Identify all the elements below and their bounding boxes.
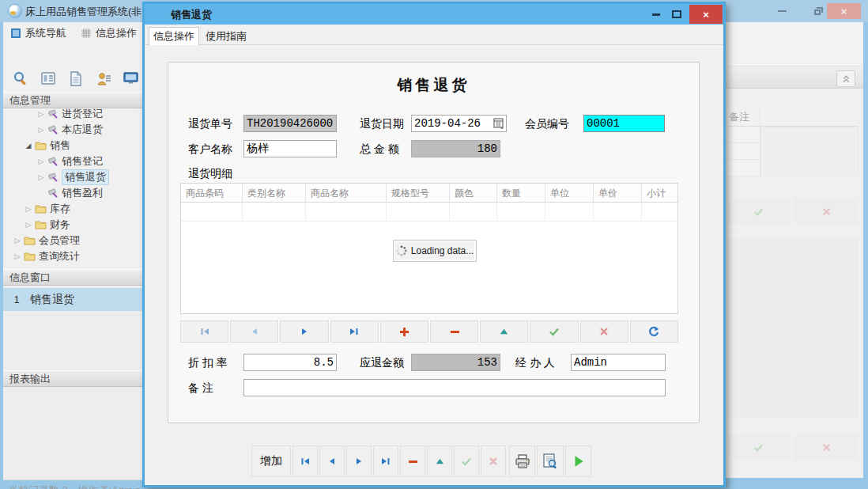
- return-no-field[interactable]: [243, 115, 337, 132]
- chevron-right-icon[interactable]: ▷: [13, 237, 22, 244]
- tab-info-ops[interactable]: 信息操作: [74, 23, 144, 44]
- refund-amount-field[interactable]: [411, 354, 500, 371]
- nav-last-button[interactable]: [330, 320, 379, 343]
- nav-cancel-button[interactable]: [580, 320, 628, 343]
- total-amount-field[interactable]: [411, 140, 500, 157]
- dialog-bottom-toolbar: 增加: [145, 445, 723, 479]
- dialog-maximize-button[interactable]: [670, 6, 684, 22]
- magnifier-icon: [13, 70, 28, 86]
- prev-record-icon: [248, 325, 261, 338]
- prev-record-icon: [326, 455, 338, 468]
- confirm-button[interactable]: [726, 434, 791, 461]
- prev-button[interactable]: [319, 445, 345, 477]
- info-window-list: 1 销售退货: [3, 286, 142, 370]
- member-toolbar-button[interactable]: [92, 68, 115, 89]
- preview-button[interactable]: [537, 445, 564, 477]
- confirm-button[interactable]: [726, 198, 791, 225]
- nav-post-button[interactable]: [530, 320, 578, 343]
- background-grid: [726, 127, 859, 176]
- tree-item-store-return[interactable]: ▷ 本店退货: [3, 122, 142, 138]
- tree-item-member-mgmt[interactable]: ▷ 会员管理: [3, 233, 142, 248]
- minus-icon: [448, 325, 461, 338]
- delete-button[interactable]: [400, 445, 425, 477]
- main-minimize-button[interactable]: [772, 3, 792, 19]
- dialog-minimize-button[interactable]: [649, 6, 663, 22]
- collapse-chevrons-button[interactable]: [836, 70, 855, 87]
- chevron-right-icon[interactable]: ▷: [24, 205, 33, 213]
- tree-item-query-stats[interactable]: ▷ 查询统计: [3, 248, 142, 264]
- status-bar: 当前记录数 3 操作者:Admin: [3, 480, 142, 489]
- main-close-button[interactable]: ×: [827, 3, 861, 19]
- save-button[interactable]: [454, 445, 479, 477]
- cross-icon: [821, 206, 832, 218]
- chevron-right-icon[interactable]: ▷: [24, 221, 33, 229]
- print-button[interactable]: [509, 445, 535, 477]
- operator-label: 经 办 人: [515, 354, 555, 371]
- operator-field[interactable]: [571, 354, 666, 371]
- tree-item-label: 财务: [50, 218, 70, 232]
- nav-refresh-button[interactable]: [630, 320, 678, 343]
- nav-first-button[interactable]: [180, 320, 228, 343]
- monitor-toolbar-button[interactable]: [120, 68, 142, 89]
- chevron-right-icon[interactable]: ▷: [36, 110, 46, 118]
- nav-next-button[interactable]: [280, 320, 328, 343]
- cancel-button[interactable]: [794, 198, 859, 225]
- tree-item-purchase-register[interactable]: ▷ 进货登记: [3, 106, 142, 122]
- dialog-close-button[interactable]: ×: [689, 5, 723, 24]
- window-square-icon: [10, 28, 21, 39]
- chevron-right-icon[interactable]: ▷: [13, 252, 22, 260]
- first-button[interactable]: [292, 445, 318, 477]
- search-toolbar-button[interactable]: [9, 68, 32, 89]
- discount-rate-label: 折 扣 率: [188, 354, 228, 371]
- customer-name-field[interactable]: [243, 140, 337, 157]
- next-button[interactable]: [346, 445, 372, 477]
- window-border-right: [863, 22, 868, 489]
- cross-icon: [487, 455, 500, 468]
- add-button[interactable]: 增加: [251, 445, 291, 477]
- tree-item-sales-return[interactable]: ▷ 销售退货: [3, 169, 142, 185]
- cancel-button[interactable]: [794, 434, 859, 461]
- cancel-button[interactable]: [481, 445, 506, 477]
- dialog-tab-info-ops[interactable]: 信息操作: [149, 27, 199, 45]
- nav-edit-button[interactable]: [480, 320, 528, 343]
- person-icon: [96, 71, 111, 86]
- col-spec: 规格型号: [387, 184, 450, 202]
- record-icon: [47, 124, 58, 135]
- tree-item-inventory[interactable]: ▷ 库存: [3, 201, 142, 217]
- nav-insert-button[interactable]: [380, 320, 428, 343]
- calendar-picker-button[interactable]: [492, 117, 505, 130]
- info-window-row-sales-return[interactable]: 1 销售退货: [3, 288, 142, 311]
- nav-delete-button[interactable]: [430, 320, 478, 343]
- chevron-right-icon[interactable]: ▷: [36, 126, 46, 134]
- discount-rate-field[interactable]: [243, 354, 337, 371]
- folder-icon: [35, 141, 47, 150]
- chevron-expanded-icon[interactable]: ◢: [24, 142, 33, 150]
- col-qty: 数量: [497, 184, 545, 202]
- cross-icon: [821, 442, 832, 453]
- remark-field[interactable]: [243, 379, 666, 396]
- form-toolbar-button[interactable]: [37, 68, 59, 89]
- play-icon: [572, 454, 586, 468]
- dialog-tabstrip: 信息操作 使用指南: [145, 25, 723, 45]
- background-ribbon-strip: [726, 22, 863, 66]
- tree-item-sales-register[interactable]: ▷ 销售登记: [3, 154, 142, 169]
- member-no-field[interactable]: [583, 115, 665, 132]
- execute-button[interactable]: [565, 445, 591, 477]
- dialog-tab-guide[interactable]: 使用指南: [202, 27, 251, 45]
- section-header-report-output[interactable]: 报表输出: [3, 370, 142, 387]
- section-header-info-window[interactable]: 信息窗口: [3, 269, 142, 286]
- edit-button[interactable]: [427, 445, 452, 477]
- tree-item-finance[interactable]: ▷ 财务: [3, 217, 142, 233]
- chevron-right-icon[interactable]: ▷: [36, 157, 46, 165]
- nav-prev-button[interactable]: [230, 320, 278, 343]
- tree-item-label: 会员管理: [39, 233, 80, 248]
- last-button[interactable]: [373, 445, 398, 477]
- tab-system-nav[interactable]: 系统导航: [3, 23, 74, 44]
- tree-item-sales-profit[interactable]: 销售盈利: [3, 185, 142, 201]
- dialog-title: 销售退货: [171, 8, 212, 22]
- document-toolbar-button[interactable]: [65, 68, 87, 89]
- chevron-right-icon[interactable]: ▷: [36, 173, 46, 181]
- main-restore-button[interactable]: [808, 3, 828, 19]
- return-date-label: 退货日期: [360, 115, 404, 132]
- tree-item-sales-folder[interactable]: ◢ 销售: [3, 138, 142, 154]
